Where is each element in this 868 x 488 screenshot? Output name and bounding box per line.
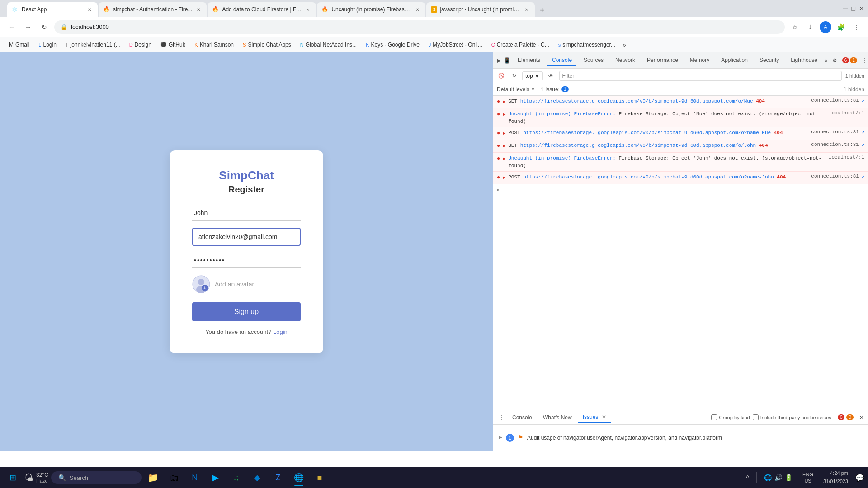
external-link-icon-6[interactable]: ↗ [862, 174, 864, 179]
tab-close-uncaught1[interactable]: ✕ [414, 6, 421, 13]
bookmark-netacad[interactable]: N Global NetAcad Ins... [297, 40, 360, 50]
devtools-device-icon[interactable]: 📱 [504, 56, 510, 65]
network-icon[interactable]: 🌐 [764, 474, 772, 481]
taskbar-terminal[interactable]: ■ [311, 469, 329, 487]
msg-link-6[interactable]: https://firebasestorage. googleapis.com/… [523, 174, 774, 180]
console-ban-icon[interactable]: 🚫 [497, 71, 506, 80]
reload-button[interactable]: ↻ [38, 21, 51, 33]
devtools-tab-memory[interactable]: Memory [685, 55, 714, 66]
address-bar[interactable]: 🔒 localhost:3000 [54, 20, 785, 34]
msg-link-4[interactable]: https://firebasestorage.g oogleapis.com/… [520, 143, 756, 148]
download-button[interactable]: ⤓ [804, 21, 816, 33]
notifications-icon[interactable]: 💬 [855, 474, 864, 482]
system-tray[interactable]: ^ [743, 474, 753, 481]
default-levels-button[interactable]: Default levels ▼ [497, 86, 535, 93]
browser-tab-react-app[interactable]: ⚛ React App ✕ [7, 2, 98, 17]
name-input[interactable] [192, 206, 301, 221]
start-button[interactable]: ⊞ [4, 469, 22, 487]
taskbar-folder[interactable]: 🗂 [165, 469, 183, 487]
volume-icon[interactable]: 🔊 [774, 474, 782, 481]
profile-avatar[interactable]: A [820, 21, 831, 33]
taskbar-file-explorer[interactable]: 📁 [144, 469, 162, 487]
tab-close-firestore[interactable]: ✕ [304, 6, 311, 13]
devtools-tab-sources[interactable]: Sources [579, 55, 608, 66]
expand-triangle-2[interactable]: ▶ [503, 112, 505, 117]
extensions-button[interactable]: 🧩 [835, 21, 847, 33]
maximize-button[interactable]: □ [852, 5, 855, 12]
browser-tab-simpchat[interactable]: 🔥 simpchat - Authentication - Fire... ✕ [99, 2, 207, 17]
forward-button[interactable]: → [22, 21, 34, 33]
issues-tab-issues[interactable]: Issues ✕ [578, 412, 611, 423]
msg-source-3[interactable]: connection.ts:81 [811, 129, 859, 135]
browser-tab-js[interactable]: S javascript - Uncaught (in promis... ✕ [426, 2, 535, 17]
taskbar-app-store[interactable]: N [186, 469, 204, 487]
bookmark-tiktok[interactable]: T johnkelvinatien11 (... [62, 40, 124, 50]
msg-source-6[interactable]: connection.ts:81 [811, 174, 859, 179]
taskbar-zoom[interactable]: Z [269, 469, 287, 487]
expand-triangle-6[interactable]: ▶ [503, 175, 505, 180]
msg-source-1[interactable]: connection.ts:81 [811, 98, 859, 103]
taskbar-spotify[interactable]: ♫ [227, 469, 245, 487]
issues-expand-icon[interactable]: ▶ [499, 435, 502, 440]
external-link-icon-1[interactable]: ↗ [862, 98, 864, 103]
bookmark-login[interactable]: L Login [35, 40, 60, 50]
issues-panel-options-icon[interactable]: ⋮ [497, 413, 506, 422]
bookmark-gmail[interactable]: M Gmail [5, 40, 33, 50]
msg-link-1[interactable]: https://firebasestorage.g oogleapis.com/… [520, 99, 753, 104]
account-button[interactable]: A [819, 21, 832, 33]
browser-tab-firestore[interactable]: 🔥 Add data to Cloud Firestore | Fi... ✕ [208, 2, 316, 17]
group-by-kind-checkbox[interactable]: Group by kind [711, 414, 750, 420]
console-expand-row[interactable]: ▶ [493, 184, 868, 195]
msg-link-2[interactable]: Uncaught (in promise) FirebaseError: [508, 111, 616, 117]
external-link-icon-3[interactable]: ↗ [862, 129, 864, 135]
third-party-checkbox[interactable]: Include third-party cookie issues [753, 414, 831, 420]
devtools-tab-elements[interactable]: Elements [513, 55, 545, 66]
taskbar-vscode[interactable]: ◆ [248, 469, 266, 487]
issues-tab-close[interactable]: ✕ [602, 414, 606, 420]
msg-link-3[interactable]: https://firebasestorage. googleapis.com/… [523, 130, 771, 136]
external-link-icon-4[interactable]: ↗ [862, 142, 864, 147]
issues-tab-console[interactable]: Console [508, 413, 537, 422]
msg-source-4[interactable]: connection.ts:81 [811, 142, 859, 147]
group-by-kind-input[interactable] [711, 414, 717, 420]
new-tab-button[interactable]: + [536, 4, 548, 17]
bookmarks-overflow-icon[interactable]: » [623, 41, 626, 48]
expand-triangle-4[interactable]: ▶ [503, 143, 505, 149]
devtools-settings-icon[interactable]: ⚙ [830, 56, 840, 65]
devtools-more-tabs[interactable]: » [825, 56, 828, 65]
msg-source-5[interactable]: localhost/:1 [829, 155, 864, 160]
chevron-up-icon[interactable]: ^ [746, 474, 750, 481]
expand-triangle-1[interactable]: ▶ [503, 99, 505, 104]
close-window-button[interactable]: ✕ [859, 5, 864, 12]
settings-button[interactable]: ⋮ [850, 21, 863, 33]
minimize-button[interactable]: ─ [843, 5, 848, 13]
bookmark-design[interactable]: D Design [126, 40, 155, 50]
msg-link-5[interactable]: Uncaught (in promise) FirebaseError: [508, 155, 616, 161]
taskbar-game-bar[interactable]: ▶ [207, 469, 225, 487]
issues-tab-whatsnew[interactable]: What's New [538, 413, 576, 422]
language-indicator[interactable]: ENG US [800, 471, 816, 484]
bookmark-keys[interactable]: K Keys - Google Drive [362, 40, 423, 50]
login-link[interactable]: Login [273, 328, 288, 335]
bookmark-simplechat[interactable]: S Simple Chat Apps [239, 40, 295, 50]
devtools-tab-security[interactable]: Security [755, 55, 783, 66]
third-party-input[interactable] [753, 414, 759, 420]
close-issues-panel-button[interactable]: ✕ [859, 414, 864, 421]
devtools-tab-console[interactable]: Console [547, 55, 576, 66]
taskbar-search-bar[interactable]: 🔍 Search [51, 471, 142, 484]
bookmark-kharl[interactable]: K Kharl Samson [191, 40, 237, 50]
password-input[interactable] [192, 253, 301, 268]
devtools-tab-performance[interactable]: Performance [642, 55, 683, 66]
bookmark-github[interactable]: ⚫ GitHub [157, 40, 189, 50]
bookmark-myjobstreet[interactable]: J MyJobStreet - Onli... [425, 40, 486, 50]
email-input[interactable] [192, 228, 301, 246]
taskbar-chrome[interactable]: 🌐 [290, 469, 308, 487]
battery-icon[interactable]: 🔋 [785, 474, 793, 481]
bookmark-star-button[interactable]: ☆ [788, 21, 801, 33]
tab-close-simpchat[interactable]: ✕ [195, 6, 202, 13]
tab-close-js[interactable]: ✕ [523, 6, 530, 13]
devtools-tab-lighthouse[interactable]: Lighthouse [786, 55, 822, 66]
bookmark-palette[interactable]: C Create a Palette - C... [488, 40, 553, 50]
browser-tab-uncaught1[interactable]: 🔥 Uncaught (in promise) FirebaseE... ✕ [317, 2, 425, 17]
devtools-tab-application[interactable]: Application [717, 55, 752, 66]
